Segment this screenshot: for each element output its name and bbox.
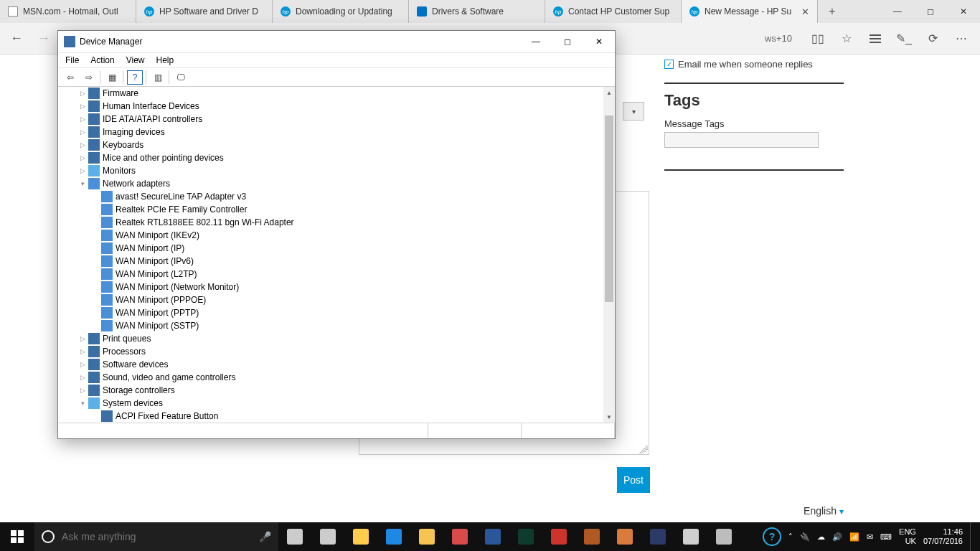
cortana-search[interactable]: 🎤 [34,522,278,551]
tree-expand-icon[interactable]: ▷ [77,348,88,355]
email-me-checkbox-row[interactable]: ✓ Email me when someone replies [664,59,844,70]
tree-node[interactable]: ▷Mice and other pointing devices [58,151,603,164]
tree-expand-icon[interactable]: ▷ [77,103,88,110]
taskbar-app-sticky-notes[interactable] [410,522,443,551]
browser-tab[interactable]: hpNew Message - HP Su✕ [682,0,818,23]
tb-back-icon[interactable]: ⇦ [62,70,78,85]
tab-close-icon[interactable]: ✕ [800,6,810,17]
show-desktop-button[interactable] [970,522,974,551]
dm-scrollbar[interactable]: ▲ ▼ [603,87,615,423]
tree-node[interactable]: WAN Miniport (IP) [58,242,603,255]
taskbar-app-app12[interactable] [707,522,740,551]
tree-node[interactable]: ▷Storage controllers [58,384,603,397]
browser-tab[interactable]: hpHP Software and Driver D [136,0,273,23]
tree-node[interactable]: WAN Miniport (PPTP) [58,306,603,319]
taskbar-app-revit[interactable] [641,522,674,551]
tree-node[interactable]: avast! SecureLine TAP Adapter v3 [58,190,603,203]
tree-expand-icon[interactable]: ▷ [77,116,88,123]
tree-node[interactable]: ▷Processors [58,345,603,358]
tb-help-icon[interactable]: ? [127,70,143,85]
tree-node[interactable]: ▷Sound, video and game controllers [58,371,603,384]
tree-node[interactable]: WAN Miniport (IPv6) [58,255,603,268]
tree-node[interactable]: WAN Miniport (PPPOE) [58,293,603,306]
tb-scan-icon[interactable]: 🖵 [173,70,189,85]
tray-power-icon[interactable]: 🔌 [800,532,810,542]
microphone-icon[interactable]: 🎤 [259,531,271,542]
tree-node[interactable]: ▷IDE ATA/ATAPI controllers [58,113,603,126]
window-maximize-button[interactable]: ◻ [914,0,947,23]
tree-node[interactable]: WAN Miniport (Network Monitor) [58,281,603,293]
scroll-thumb[interactable] [605,116,613,302]
tags-input[interactable] [664,132,819,148]
tb-forward-icon[interactable]: ⇨ [81,70,97,85]
tree-expand-icon[interactable]: ▷ [77,361,88,368]
scroll-down-icon[interactable]: ▼ [603,411,615,423]
tree-node[interactable]: ▷Imaging devices [58,126,603,138]
tree-node[interactable]: Realtek RTL8188EE 802.11 bgn Wi-Fi Adapt… [58,216,603,229]
tree-node[interactable]: ▷Keyboards [58,138,603,151]
taskbar-app-task-view[interactable] [278,522,311,551]
start-button[interactable] [0,522,34,551]
tree-expand-icon[interactable]: ▷ [77,154,88,161]
dm-menu-help[interactable]: Help [156,55,174,65]
taskbar-app-snip[interactable] [443,522,476,551]
taskbar-app-app8[interactable] [575,522,608,551]
taskbar-app-3dsmax[interactable] [509,522,542,551]
favorite-star-icon[interactable]: ☆ [832,27,861,51]
tree-node[interactable]: WAN Miniport (SSTP) [58,319,603,332]
tree-expand-icon[interactable]: ▷ [77,141,88,149]
language-picker[interactable]: English▾ [804,505,844,517]
tree-expand-icon[interactable]: ▾ [77,400,88,407]
tree-node[interactable]: ▷Software devices [58,358,603,371]
taskbar-app-archicad[interactable] [674,522,707,551]
tree-node[interactable]: ▾System devices [58,397,603,410]
tray-language[interactable]: ENGUK [899,527,916,546]
tree-node[interactable]: ▷Firmware [58,87,603,100]
tree-expand-icon[interactable]: ▾ [77,180,88,187]
tray-mail-icon[interactable]: ✉ [867,532,873,542]
scroll-up-icon[interactable]: ▲ [603,87,615,98]
dm-maximize-button[interactable]: ◻ [552,31,583,52]
dropdown-chevron-icon[interactable]: ▾ [623,102,644,121]
tray-clock[interactable]: 11:4607/07/2016 [923,527,963,546]
tree-node[interactable]: ▾Network adapters [58,177,603,190]
tree-expand-icon[interactable]: ▷ [77,335,88,342]
help-tray-icon[interactable]: ? [763,527,781,546]
dm-menu-file[interactable]: File [65,55,79,65]
tree-expand-icon[interactable]: ▷ [77,167,88,174]
reading-view-icon[interactable]: ▯▯ [804,27,832,51]
url-fragment[interactable]: ws+10 [765,33,796,44]
new-tab-button[interactable]: + [818,0,847,23]
dm-menu-action[interactable]: Action [90,55,114,65]
taskbar-app-store[interactable] [311,522,344,551]
web-note-icon[interactable]: ✎_ [890,27,918,51]
tree-node[interactable]: WAN Miniport (L2TP) [58,268,603,281]
more-icon[interactable]: ⋯ [947,27,976,51]
tree-node[interactable]: Realtek PCIe FE Family Controller [58,203,603,216]
window-close-button[interactable]: ✕ [947,0,980,23]
taskbar-app-word[interactable] [476,522,509,551]
tb-properties-icon[interactable]: ▥ [150,70,166,85]
taskbar-app-file-explorer[interactable] [344,522,377,551]
browser-tab[interactable]: MSN.com - Hotmail, Outl [0,0,136,23]
window-minimize-button[interactable]: — [881,0,914,23]
hub-icon[interactable] [861,27,890,51]
taskbar-app-ruby[interactable] [542,522,575,551]
tree-expand-icon[interactable]: ▷ [77,374,88,381]
tree-node[interactable]: ▷Monitors [58,164,603,177]
tree-expand-icon[interactable]: ▷ [77,90,88,97]
taskbar-app-app9[interactable] [608,522,641,551]
taskbar-app-edge[interactable] [377,522,410,551]
tree-node[interactable]: WAN Miniport (IKEv2) [58,229,603,242]
post-button[interactable]: Post [617,467,650,493]
nav-forward-button[interactable]: → [32,27,56,51]
tray-network-icon[interactable]: 📶 [849,532,859,542]
dm-menu-view[interactable]: View [126,55,145,65]
browser-tab[interactable]: Drivers & Software [409,0,545,23]
cortana-input[interactable] [62,531,252,542]
tree-expand-icon[interactable]: ▷ [77,387,88,394]
tb-show-hidden-icon[interactable]: ▦ [104,70,120,85]
tree-expand-icon[interactable]: ▷ [77,128,88,136]
dm-minimize-button[interactable]: — [520,31,552,52]
checkbox-checked-icon[interactable]: ✓ [664,60,674,69]
